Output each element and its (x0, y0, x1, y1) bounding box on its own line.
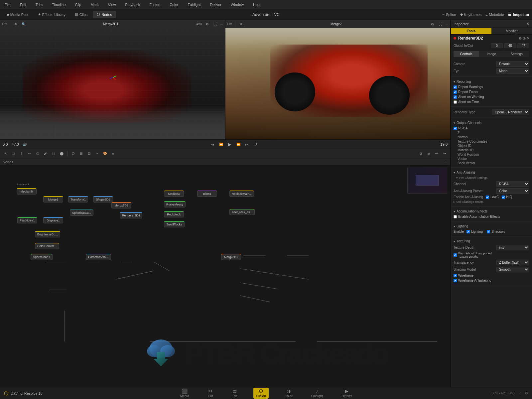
tab-clips[interactable]: ▤ Clips (71, 11, 91, 18)
fullscreen-left-icon[interactable]: ⛶ (212, 21, 218, 27)
menu-timeline[interactable]: Timeline (50, 2, 67, 7)
skip-end-icon[interactable]: ⏭ (244, 141, 250, 147)
color-tool[interactable]: 🎨 (102, 151, 108, 157)
sub-tab-image[interactable]: Image (479, 51, 504, 57)
lighting-title[interactable]: Lighting (454, 223, 529, 229)
sub-tab-settings[interactable]: Settings (504, 51, 529, 57)
node-transform1[interactable]: Transform1 (68, 196, 88, 202)
tab-metadata[interactable]: ≡ Metadata (485, 13, 504, 17)
inout-in[interactable] (491, 43, 503, 48)
eraser-tool[interactable]: ◻ (51, 151, 57, 157)
menu-mark[interactable]: Mark (88, 2, 100, 7)
aa-preset-select[interactable]: Color (496, 188, 529, 194)
view-options-icon[interactable]: ⚙ (204, 21, 210, 27)
home-button[interactable]: ⌂ (519, 391, 521, 395)
accumulation-checkbox[interactable] (454, 215, 457, 218)
menu-playback[interactable]: Playback (123, 2, 142, 7)
anti-aliasing-title[interactable]: Anti-Aliasing (454, 170, 529, 175)
menu-clip[interactable]: Clip (73, 2, 83, 7)
node-colorcorrect[interactable]: ColorCorrect... (35, 243, 59, 249)
hiq-checkbox[interactable] (502, 196, 505, 199)
inspector-close[interactable]: ✕ (526, 22, 529, 26)
wireframe-aa-checkbox[interactable] (454, 279, 457, 282)
output-channels-title[interactable]: Output Channels (454, 120, 529, 126)
polygon-tool[interactable]: ⬠ (35, 151, 41, 157)
accumulation-title[interactable]: Accumulation Effects (454, 208, 529, 214)
dots-menu-right[interactable]: ··· (446, 22, 448, 26)
crop-tool[interactable]: ✂ (94, 151, 100, 157)
aa-channel-select[interactable]: RGBA (496, 181, 529, 187)
step-fwd-icon[interactable]: ⏩ (235, 141, 241, 147)
fullscreen-right-icon[interactable]: ⛶ (438, 21, 444, 27)
node-mediain5[interactable]: MediaIn5 (17, 188, 37, 195)
menu-file[interactable]: File (3, 2, 13, 7)
step-back-icon[interactable]: ⏪ (218, 141, 224, 147)
texture-depth-select[interactable]: int8 (496, 245, 529, 250)
node-rockblock[interactable]: Rockblock (164, 211, 184, 217)
menu-help[interactable]: Help (251, 2, 263, 7)
nav-cut[interactable]: ✂ Cut (205, 388, 216, 399)
wireframe-checkbox[interactable] (454, 274, 457, 277)
inout-frame[interactable] (517, 43, 529, 48)
lighting-checkbox[interactable] (466, 230, 470, 233)
node-smallrocks[interactable]: SmallRocks (164, 221, 185, 227)
settings-button[interactable]: ⚙ (525, 391, 528, 395)
nav-edit[interactable]: ▤ Edit (229, 388, 240, 399)
node-canvas[interactable]: MediaIn5 Renderer1 Merge1 Transform1 Sha… (0, 166, 450, 387)
report-errors-checkbox[interactable] (454, 90, 457, 94)
menu-color[interactable]: Color (168, 2, 180, 7)
nodes-panel-options[interactable]: ··· (444, 160, 447, 164)
nav-media[interactable]: ⬛ Media (178, 388, 192, 399)
brush-tool[interactable]: 🖌 (43, 151, 49, 157)
reporting-title[interactable]: Reporting (454, 79, 529, 84)
blur-tool[interactable]: ◈ (110, 151, 116, 157)
tab-inspector[interactable]: ☰ Inspector (508, 12, 529, 17)
play-icon[interactable]: ▶ (227, 141, 233, 147)
aa-presets-expand[interactable]: ▸ Anti-Aliasing Presets (454, 200, 529, 204)
fill-tool[interactable]: ⬤ (59, 151, 65, 157)
node-spheremap1[interactable]: SphereMap1 (31, 254, 53, 260)
node-sphericalca[interactable]: SphericaICa... (70, 209, 93, 216)
transform-icon[interactable]: ✥ (13, 21, 19, 27)
redo-tool[interactable]: ↪ (442, 151, 448, 157)
tab-media-pool[interactable]: ■ Media Pool (3, 11, 33, 18)
audio-icon[interactable]: 🔊 (22, 141, 28, 147)
tab-keyframes[interactable]: ◆ Keyframes (460, 12, 482, 17)
sub-tab-controls[interactable]: Controls (454, 51, 479, 57)
node-displace1[interactable]: Displace1 (43, 217, 63, 223)
node-brightnessco[interactable]: BrightnessCo... (35, 231, 60, 237)
skip-start-icon[interactable]: ⏮ (209, 141, 215, 147)
pen-tool[interactable]: ✏ (27, 151, 33, 157)
eye-select[interactable]: Mono (496, 68, 529, 74)
abort-error-checkbox[interactable] (454, 100, 457, 104)
transparency-select[interactable]: Z Buffer (fast) (496, 260, 529, 265)
menu-deliver[interactable]: Deliver (208, 2, 223, 7)
node-cameramain[interactable]: CameraMAIN... (86, 254, 111, 260)
select-tool[interactable]: ↖ (3, 151, 9, 157)
nav-color[interactable]: ◑ Color (282, 388, 295, 399)
shadows-checkbox[interactable] (487, 230, 490, 233)
inspector-tab-modifier[interactable]: Modifier (491, 28, 532, 34)
dots-menu-left[interactable]: ··· (220, 22, 223, 26)
node-aset-rock[interactable]: Aset_rock_as... (229, 209, 255, 215)
tab-spline[interactable]: ~ Spline (443, 13, 456, 17)
loop-icon[interactable]: ↺ (253, 141, 259, 147)
node-merge1[interactable]: Merge1 (43, 196, 63, 202)
copy-tool[interactable]: ⧉ (418, 151, 424, 157)
node-renderer3d4[interactable]: Renderer3D4 (120, 212, 142, 218)
lowc-checkbox[interactable] (486, 196, 489, 199)
rgba-checkbox[interactable] (454, 127, 457, 130)
node-replacemain[interactable]: ReplaceMain... (229, 191, 254, 197)
renderer-type-select[interactable]: OpenGL Renderer (492, 109, 529, 115)
camera-select[interactable]: Default (496, 61, 529, 67)
node-connect-tool[interactable]: ⬡ (70, 151, 76, 157)
view-right-options-icon[interactable]: ⚙ (430, 21, 436, 27)
report-warnings-checkbox[interactable] (454, 85, 457, 89)
nav-fusion[interactable]: ⬡ Fusion (253, 388, 269, 399)
nav-deliver[interactable]: ▶ Deliver (339, 388, 354, 399)
menu-fusion[interactable]: Fusion (147, 2, 162, 7)
transform-right-icon[interactable]: ✥ (238, 21, 244, 27)
undo-tool[interactable]: ↩ (434, 151, 440, 157)
shading-select[interactable]: Smooth (496, 267, 529, 272)
node-fastnoise1[interactable]: FastNoise1 (17, 217, 37, 223)
